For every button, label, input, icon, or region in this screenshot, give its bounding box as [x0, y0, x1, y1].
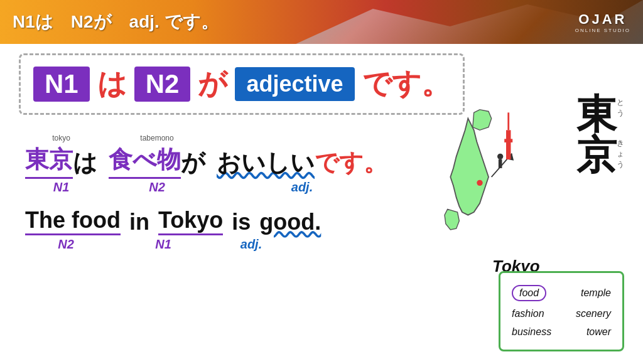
tabemono-kanji: 食べ物 [109, 144, 181, 179]
tokyo-en-text: Tokyo [158, 207, 223, 235]
grammar-n2-label: N2 [134, 67, 191, 102]
ojar-logo: OJAR ONLINE STUDIO [575, 11, 630, 33]
oishii-block: おいしい です。 adj. [217, 137, 387, 195]
tokyo-kanji2-display: 京 き ょ う [576, 135, 624, 175]
svg-rect-7 [499, 159, 502, 168]
ga-particle: が [181, 147, 205, 179]
vocab-food: food [512, 285, 546, 301]
vocab-scenery: scenery [576, 308, 611, 319]
tokyo-kanji-display: 東 と う [576, 94, 624, 134]
logo-text: OJAR [575, 11, 630, 28]
in-word: in [123, 209, 156, 235]
oishii-word: おいしい [217, 147, 315, 179]
tabemono-furigana: tabemono [140, 134, 173, 142]
tokyo-reading-u2: ょ [617, 149, 624, 159]
wa-particle: は [73, 147, 97, 179]
grammar-ga-particle: が [198, 65, 227, 104]
left-example: tokyo 東京 は N1 tabemono 食べ物 が N2 [25, 134, 387, 252]
english-sentence: The food in Tokyo is good. [25, 207, 387, 235]
en-n2-label-container: N2 [25, 237, 107, 252]
is-word: is [225, 209, 257, 235]
en-spacer-2 [201, 237, 220, 252]
en-adj-label: adj. [240, 237, 262, 251]
grammar-pattern-box: N1 は N2 が adjective です。 [19, 53, 465, 115]
en-n2-label: N2 [58, 237, 74, 251]
header-title: N1は N2が adj. です。 [13, 10, 219, 34]
n2-label: N2 [149, 180, 165, 195]
good-text: good. [259, 209, 321, 235]
vocab-row-3: business tower [512, 324, 611, 340]
grammar-n1-label: N1 [33, 67, 90, 102]
grammar-wa-particle: は [97, 65, 127, 104]
svg-rect-4 [504, 139, 512, 142]
tokyo-kanji2-large: 京 [576, 135, 617, 175]
good-block: good. [259, 209, 321, 235]
vocab-row-1: food temple [512, 282, 611, 304]
vocab-tower: tower [586, 326, 611, 338]
japanese-example-line: tokyo 東京 は N1 tabemono 食べ物 が N2 [25, 134, 387, 195]
vocab-row-2: fashion scenery [512, 306, 611, 322]
vocab-fashion: fashion [512, 308, 544, 319]
tokyo-reading-u: う [617, 108, 624, 119]
right-illustration: 東 と う 京 き ょ う [411, 94, 630, 358]
adj-furigana [301, 137, 303, 146]
en-adj-label-container: adj. [220, 237, 283, 252]
tokyo-furigana: tokyo [52, 134, 70, 142]
tokyo-reading-u3: う [617, 159, 624, 170]
vocab-business: business [512, 326, 551, 338]
the-food-block: The food [25, 207, 121, 235]
vocab-temple: temple [581, 287, 611, 299]
english-translation: The food in Tokyo is good. [25, 207, 387, 252]
tabemono-block: tabemono 食べ物 が N2 [109, 134, 205, 195]
en-spacer-1 [107, 237, 126, 252]
the-food-text: The food [25, 207, 121, 235]
logo-subtitle: ONLINE STUDIO [575, 28, 630, 33]
tokyo-kanji-large: 東 [576, 94, 617, 134]
tokyo-reading-tou: と [617, 97, 624, 108]
header-banner: N1は N2が adj. です。 OJAR ONLINE STUDIO [0, 0, 643, 44]
tokyo-reading-kyo: き [617, 138, 624, 149]
main-content: N1 は N2 が adjective です。 tokyo 東京 は N1 [0, 44, 643, 364]
en-n1-label: N1 [155, 237, 171, 251]
tokyo-en-block: Tokyo [158, 207, 223, 235]
en-labels-row: N2 N1 adj. [25, 237, 387, 252]
n1-label: N1 [53, 180, 70, 195]
desu-word: です。 [315, 147, 387, 179]
svg-point-2 [477, 180, 482, 186]
en-n1-label-container: N1 [126, 237, 201, 252]
tokyo-block: tokyo 東京 は N1 [25, 134, 97, 195]
svg-point-6 [497, 154, 503, 159]
svg-rect-3 [506, 130, 511, 159]
tokyo-reading2-display: き ょ う [617, 138, 624, 170]
vocabulary-box: food temple fashion scenery business tow… [499, 271, 624, 351]
tokyo-kanji: 東京 [25, 144, 73, 179]
adj-label: adj. [291, 180, 313, 195]
japan-map-svg [411, 107, 549, 282]
tokyo-reading-display: と う [617, 97, 624, 119]
grammar-adjective-label: adjective [235, 67, 354, 101]
